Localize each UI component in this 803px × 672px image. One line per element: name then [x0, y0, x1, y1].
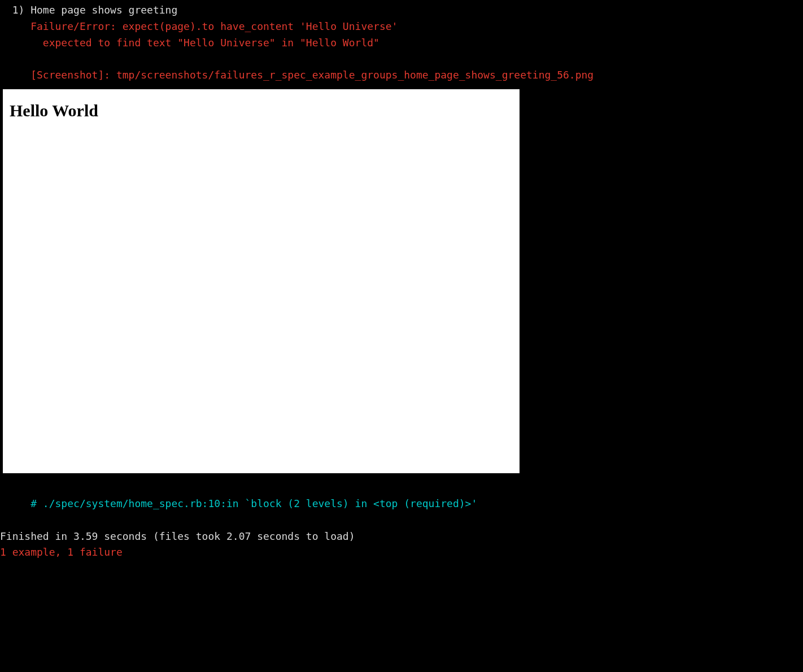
test-index: 1)	[0, 4, 30, 16]
finished-line: Finished in 3.59 seconds (files took 2.0…	[0, 529, 803, 545]
blank-line	[0, 51, 803, 67]
test-name: Home page shows greeting	[30, 4, 177, 16]
screenshot-path-line: [Screenshot]: tmp/screenshots/failures_r…	[0, 67, 803, 84]
failure-error-line: Failure/Error: expect(page).to have_cont…	[0, 19, 803, 35]
spacer	[0, 479, 803, 496]
screenshot-heading: Hello World	[10, 97, 513, 124]
test-header-line: 1) Home page shows greeting	[0, 2, 803, 19]
blank-line-2	[0, 512, 803, 529]
failure-screenshot: Hello World	[3, 89, 520, 473]
backtrace-line: # ./spec/system/home_spec.rb:10:in `bloc…	[0, 496, 803, 512]
result-summary-line: 1 example, 1 failure	[0, 544, 803, 561]
expected-line: expected to find text "Hello Universe" i…	[0, 35, 803, 51]
